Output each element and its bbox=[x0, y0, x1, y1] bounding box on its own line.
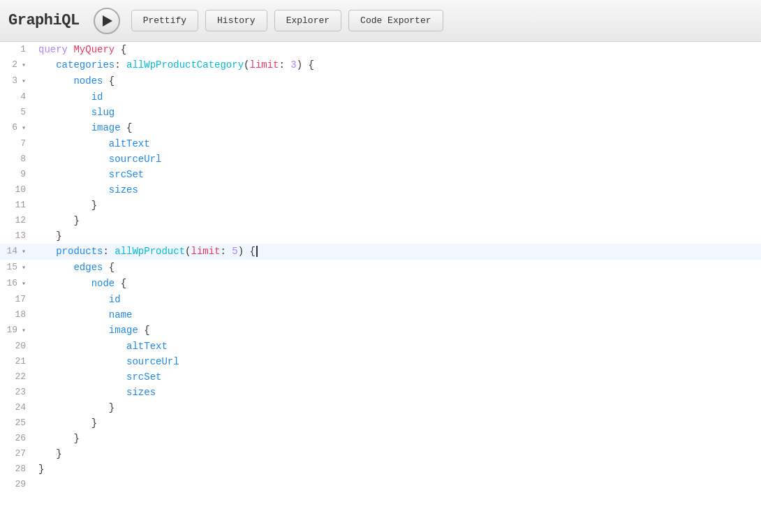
line-number: 3▾ bbox=[0, 73, 31, 89]
line-number: 12 bbox=[0, 213, 31, 228]
app-logo: GraphiQL bbox=[8, 12, 80, 29]
code-line-content[interactable]: categories: allWpProductCategory(limit: … bbox=[31, 57, 761, 73]
line-number: 17 bbox=[0, 292, 31, 307]
code-line-content[interactable]: products: allWpProduct(limit: 5) { bbox=[31, 244, 761, 260]
fold-arrow[interactable]: ▾ bbox=[19, 244, 26, 260]
code-line-content[interactable]: image { bbox=[31, 323, 761, 339]
table-row: 13 } bbox=[0, 228, 761, 244]
line-number: 25 bbox=[0, 415, 31, 431]
table-row: 29 bbox=[0, 477, 761, 492]
line-number: 23 bbox=[0, 385, 31, 400]
code-table: 1query MyQuery {2▾ categories: allWpProd… bbox=[0, 42, 761, 492]
line-number: 14▾ bbox=[0, 244, 31, 260]
code-line-content[interactable]: } bbox=[31, 228, 761, 244]
fold-arrow[interactable]: ▾ bbox=[19, 121, 26, 136]
table-row: 15▾ edges { bbox=[0, 260, 761, 276]
code-line-content[interactable]: } bbox=[31, 213, 761, 228]
line-number: 19▾ bbox=[0, 323, 31, 339]
code-line-content[interactable]: id bbox=[31, 89, 761, 105]
code-line-content[interactable]: sizes bbox=[31, 182, 761, 198]
code-line-content[interactable]: } bbox=[31, 446, 761, 461]
code-line-content[interactable]: } bbox=[31, 415, 761, 431]
code-line-content[interactable]: altText bbox=[31, 339, 761, 354]
line-number: 15▾ bbox=[0, 260, 31, 276]
fold-arrow[interactable]: ▾ bbox=[19, 260, 26, 276]
code-panel[interactable]: 1query MyQuery {2▾ categories: allWpProd… bbox=[0, 42, 761, 532]
line-number: 13 bbox=[0, 228, 31, 244]
table-row: 28} bbox=[0, 461, 761, 477]
code-line-content[interactable]: slug bbox=[31, 105, 761, 120]
code-line-content[interactable]: query MyQuery { bbox=[31, 42, 761, 57]
line-number: 10 bbox=[0, 182, 31, 198]
table-row: 7 altText bbox=[0, 136, 761, 152]
fold-arrow[interactable]: ▾ bbox=[19, 74, 26, 89]
logo-graphi: Graphi bbox=[8, 12, 61, 29]
line-number: 24 bbox=[0, 400, 31, 415]
line-number: 1 bbox=[0, 42, 31, 57]
code-line-content[interactable]: id bbox=[31, 292, 761, 307]
line-number: 6▾ bbox=[0, 120, 31, 136]
line-number: 18 bbox=[0, 307, 31, 323]
line-number: 11 bbox=[0, 198, 31, 213]
line-number: 9 bbox=[0, 167, 31, 182]
table-row: 2▾ categories: allWpProductCategory(limi… bbox=[0, 57, 761, 73]
code-line-content[interactable]: image { bbox=[31, 120, 761, 136]
editor-area[interactable]: 1query MyQuery {2▾ categories: allWpProd… bbox=[0, 42, 761, 532]
code-line-content[interactable]: } bbox=[31, 400, 761, 415]
table-row: 20 altText bbox=[0, 339, 761, 354]
line-number: 2▾ bbox=[0, 57, 31, 73]
code-line-content[interactable]: edges { bbox=[31, 260, 761, 276]
code-line-content[interactable] bbox=[31, 477, 761, 492]
play-icon bbox=[103, 15, 112, 27]
fold-arrow[interactable]: ▾ bbox=[19, 323, 26, 339]
table-row: 8 sourceUrl bbox=[0, 152, 761, 167]
code-line-content[interactable]: sizes bbox=[31, 385, 761, 400]
line-number: 26 bbox=[0, 431, 31, 446]
table-row: 4 id bbox=[0, 89, 761, 105]
explorer-button[interactable]: Explorer bbox=[274, 10, 341, 31]
table-row: 10 sizes bbox=[0, 182, 761, 198]
table-row: 1query MyQuery { bbox=[0, 42, 761, 57]
logo-ql: QL bbox=[61, 12, 79, 29]
table-row: 6▾ image { bbox=[0, 120, 761, 136]
table-row: 24 } bbox=[0, 400, 761, 415]
table-row: 3▾ nodes { bbox=[0, 73, 761, 89]
table-row: 18 name bbox=[0, 307, 761, 323]
code-line-content[interactable]: srcSet bbox=[31, 369, 761, 385]
code-line-content[interactable]: sourceUrl bbox=[31, 152, 761, 167]
code-line-content[interactable]: node { bbox=[31, 276, 761, 292]
fold-arrow[interactable]: ▾ bbox=[19, 58, 26, 73]
code-line-content[interactable]: nodes { bbox=[31, 73, 761, 89]
fold-arrow[interactable]: ▾ bbox=[19, 276, 26, 292]
line-number: 21 bbox=[0, 354, 31, 369]
code-line-content[interactable]: } bbox=[31, 198, 761, 213]
line-number: 20 bbox=[0, 339, 31, 354]
line-number: 27 bbox=[0, 446, 31, 461]
table-row: 21 sourceUrl bbox=[0, 354, 761, 369]
code-line-content[interactable]: sourceUrl bbox=[31, 354, 761, 369]
table-row: 12 } bbox=[0, 213, 761, 228]
table-row: 23 sizes bbox=[0, 385, 761, 400]
prettify-button[interactable]: Prettify bbox=[131, 10, 198, 31]
table-row: 19▾ image { bbox=[0, 323, 761, 339]
code-line-content[interactable]: } bbox=[31, 431, 761, 446]
run-button[interactable] bbox=[94, 8, 120, 34]
line-number: 4 bbox=[0, 89, 31, 105]
table-row: 9 srcSet bbox=[0, 167, 761, 182]
line-number: 7 bbox=[0, 136, 31, 152]
history-button[interactable]: History bbox=[205, 10, 267, 31]
code-line-content[interactable]: } bbox=[31, 461, 761, 477]
table-row: 5 slug bbox=[0, 105, 761, 120]
line-number: 22 bbox=[0, 369, 31, 385]
table-row: 25 } bbox=[0, 415, 761, 431]
line-number: 8 bbox=[0, 152, 31, 167]
line-number: 29 bbox=[0, 477, 31, 492]
code-line-content[interactable]: altText bbox=[31, 136, 761, 152]
line-number: 16▾ bbox=[0, 276, 31, 292]
line-number: 28 bbox=[0, 461, 31, 477]
text-cursor bbox=[256, 246, 263, 257]
code-exporter-button[interactable]: Code Exporter bbox=[348, 10, 443, 31]
table-row: 14▾ products: allWpProduct(limit: 5) { bbox=[0, 244, 761, 260]
code-line-content[interactable]: srcSet bbox=[31, 167, 761, 182]
code-line-content[interactable]: name bbox=[31, 307, 761, 323]
